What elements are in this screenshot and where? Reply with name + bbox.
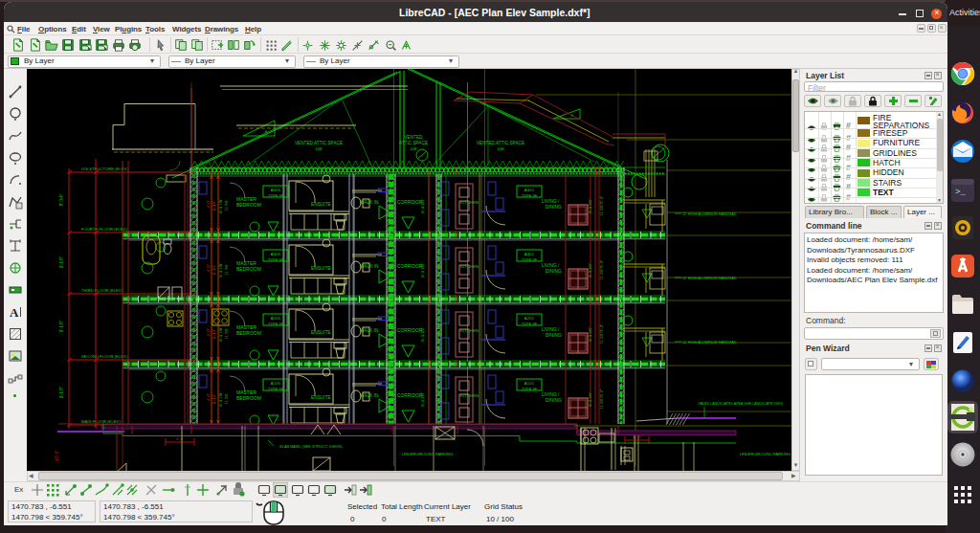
svg-text:VENTED: VENTED [404, 135, 423, 140]
svg-text:4'-0": 4'-0" [176, 436, 185, 441]
svg-text:ENSUITE: ENSUITE [311, 330, 331, 335]
svg-text:DINING: DINING [546, 333, 562, 338]
svg-text:8'-3 3/4": 8'-3 3/4" [420, 262, 425, 278]
svg-text:LIVING /: LIVING / [542, 199, 560, 204]
svg-text:A101: A101 [524, 381, 535, 386]
svg-text:PAVED LANDSCAPED AREA (SEE LAN: PAVED LANDSCAPED AREA (SEE LANDSCAPE DWG… [699, 402, 783, 406]
svg-text:9'-1/8": 9'-1/8" [59, 320, 64, 332]
svg-text:A405: A405 [271, 188, 281, 192]
svg-text:8'-3 3/4": 8'-3 3/4" [420, 391, 425, 407]
svg-text:DINING: DINING [546, 269, 562, 274]
svg-text:A301: A301 [524, 252, 535, 256]
svg-text:6'-10": 6'-10" [212, 328, 216, 339]
svg-text:DINING: DINING [546, 205, 562, 210]
svg-text:12' HIGH ALUMINUM HANDRAIL: 12' HIGH ALUMINUM HANDRAIL [682, 212, 737, 216]
svg-text:11 3/8: 11 3/8 [224, 393, 229, 405]
svg-text:TYPE 9F: TYPE 9F [522, 387, 538, 391]
svg-text:A305: A305 [271, 252, 281, 256]
svg-text:10M: 10M [498, 147, 504, 151]
svg-text:9'-1/8": 9'-1/8" [59, 386, 64, 398]
svg-text:9'-1/8": 9'-1/8" [59, 255, 64, 268]
svg-text:TYPE 9F: TYPE 9F [268, 322, 284, 326]
svg-text:10'-0": 10'-0" [55, 450, 59, 461]
svg-text:MAIN FLOOR (ELEV.): MAIN FLOOR (ELEV.) [81, 419, 122, 424]
svg-text:BEDROOM: BEDROOM [236, 266, 261, 272]
svg-text:UNDERGROUND PARKING: UNDERGROUND PARKING [740, 452, 791, 456]
svg-text:TYPE 9F: TYPE 9F [522, 257, 538, 262]
svg-text:VENTED ATTIC SPACE: VENTED ATTIC SPACE [477, 141, 524, 145]
svg-text:8'-3 3/4": 8'-3 3/4" [420, 198, 425, 213]
svg-text:A205: A205 [271, 316, 281, 321]
svg-text:CORRIDOR: CORRIDOR [397, 393, 423, 398]
svg-text:BEDROOM: BEDROOM [236, 202, 261, 208]
svg-text:TYPE 9F: TYPE 9F [522, 193, 538, 198]
svg-text:8'-3 7/8": 8'-3 7/8" [218, 262, 223, 278]
svg-text:11 3/8"/8'-0": 11 3/8"/8'-0" [600, 195, 604, 215]
svg-text:11 3/8"/8'-0": 11 3/8"/8'-0" [600, 259, 604, 279]
svg-text:4'-0": 4'-0" [206, 327, 211, 336]
svg-text:>_: >_ [955, 188, 966, 197]
svg-text:DINING: DINING [546, 398, 562, 403]
svg-text:8'-3 3/4": 8'-3 3/4" [420, 326, 425, 342]
svg-text:e: e [265, 129, 268, 134]
svg-text:TYPE 9F: TYPE 9F [522, 322, 538, 326]
svg-text:ATTIC SPACE: ATTIC SPACE [399, 141, 428, 145]
svg-text:6'-10": 6'-10" [212, 200, 216, 211]
svg-text:UNDERGROUND PARKING: UNDERGROUND PARKING [402, 452, 453, 456]
svg-text:10M: 10M [411, 147, 417, 151]
svg-text:4'-0": 4'-0" [206, 392, 211, 401]
svg-text:4'-0": 4'-0" [206, 199, 211, 208]
svg-text:11 3/8: 11 3/8 [224, 200, 229, 211]
svg-text:CORRIDOR: CORRIDOR [397, 264, 423, 269]
svg-text:CORRIDOR: CORRIDOR [397, 200, 423, 205]
svg-text:11 3/8: 11 3/8 [224, 328, 229, 340]
svg-text:ENSUITE: ENSUITE [311, 395, 331, 400]
svg-text:8'-3 7/8": 8'-3 7/8" [218, 198, 223, 213]
svg-text:8'-3 7/8": 8'-3 7/8" [218, 326, 223, 342]
svg-text:VENTED ATTIC SPACE: VENTED ATTIC SPACE [295, 141, 343, 145]
svg-text:11 3/8: 11 3/8 [224, 264, 229, 276]
svg-text:SECOND FLOOR (ELEV.): SECOND FLOOR (ELEV.) [81, 354, 129, 359]
svg-text:4'-10": 4'-10" [632, 434, 643, 439]
svg-text:LIVING /: LIVING / [542, 392, 560, 397]
svg-text:12' HIGH ALUMINUM HANDRAIL: 12' HIGH ALUMINUM HANDRAIL [682, 277, 737, 280]
svg-text:CORRIDOR: CORRIDOR [397, 328, 423, 333]
svg-text:LIVING /: LIVING / [542, 327, 560, 332]
svg-text:12' HIGH ALUMINUM HANDRAIL: 12' HIGH ALUMINUM HANDRAIL [682, 341, 737, 344]
svg-text:6'-10": 6'-10" [212, 264, 216, 275]
svg-text:A105: A105 [271, 381, 281, 386]
svg-text:8'-3/4": 8'-3/4" [59, 193, 64, 206]
svg-text:10M: 10M [316, 147, 323, 151]
svg-text:A401: A401 [524, 188, 535, 192]
svg-text:8'-3 3/4": 8'-3 3/4" [588, 198, 592, 213]
svg-text:8'-3 3/4": 8'-3 3/4" [588, 391, 592, 407]
svg-text:A201: A201 [524, 316, 535, 321]
svg-text:TYPE 9F: TYPE 9F [268, 387, 284, 391]
svg-text:8'-3 3/4": 8'-3 3/4" [588, 262, 592, 278]
svg-text:ENSUITE: ENSUITE [311, 202, 331, 207]
svg-text:8'-3 3/4": 8'-3 3/4" [588, 326, 592, 342]
svg-text:6'-10": 6'-10" [212, 393, 216, 404]
svg-text:TYPE 9F: TYPE 9F [268, 193, 284, 198]
svg-text:BEDROOM: BEDROOM [236, 395, 261, 401]
svg-text:LIVING /: LIVING / [542, 263, 560, 268]
svg-text:8'-3 7/8": 8'-3 7/8" [218, 391, 223, 407]
svg-text:FOURTH FLOOR (ELEV.): FOURTH FLOOR (ELEV.) [81, 227, 128, 232]
svg-text:SLAB BAND (SEE STRUCT. DWGS): SLAB BAND (SEE STRUCT. DWGS) [279, 444, 343, 449]
svg-text:THIRD FLOOR (ELEV.): THIRD FLOOR (ELEV.) [81, 288, 123, 293]
svg-text:11 3/8"/8'-0": 11 3/8"/8'-0" [600, 389, 604, 409]
svg-text:BEDROOM: BEDROOM [236, 330, 261, 336]
svg-text:ENSUITE: ENSUITE [311, 266, 331, 271]
svg-text:4'-0": 4'-0" [206, 263, 211, 272]
svg-text:11 3/8"/8'-0": 11 3/8"/8'-0" [600, 323, 604, 344]
svg-text:A: A [10, 305, 19, 320]
svg-text:TYPE 9F: TYPE 9F [268, 257, 284, 262]
